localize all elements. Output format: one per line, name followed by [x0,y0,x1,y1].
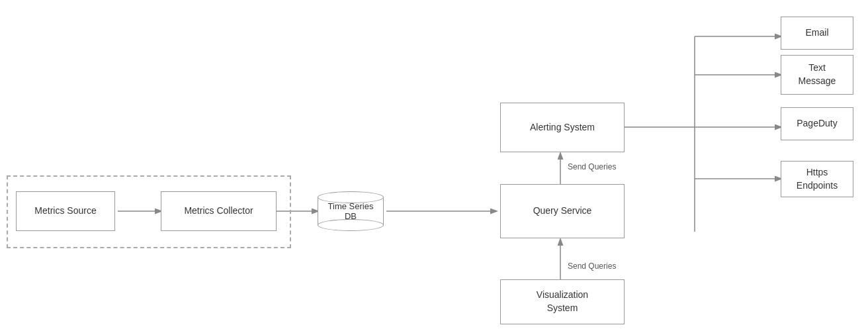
visualization-system-label: Visualization System [537,289,588,314]
email-label: Email [805,26,828,40]
connectors-svg [0,0,868,331]
alerting-system-label: Alerting System [530,121,595,134]
pageduty-label: PageDuty [797,117,837,130]
time-series-db-cylinder: Time Series DB [318,185,384,237]
text-message-box: Text Message [781,55,853,95]
architecture-diagram: Metrics Source Metrics Collector Time Se… [0,0,868,331]
query-service-box: Query Service [500,184,625,238]
metrics-source-label: Metrics Source [34,205,96,218]
alerting-system-box: Alerting System [500,103,625,152]
send-queries-label-1: Send Queries [568,162,616,171]
https-endpoints-box: Https Endpoints [781,161,853,197]
pageduty-box: PageDuty [781,107,853,140]
metrics-source-box: Metrics Source [16,191,115,231]
cylinder-top [318,191,384,203]
query-service-label: Query Service [533,205,592,218]
send-queries-label-2: Send Queries [568,261,616,271]
metrics-collector-label: Metrics Collector [184,205,253,218]
cylinder-bottom [318,219,384,231]
metrics-collector-box: Metrics Collector [161,191,277,231]
text-message-label: Text Message [799,62,836,87]
visualization-system-box: Visualization System [500,279,625,324]
email-box: Email [781,17,853,50]
time-series-db-label: Time Series DB [321,201,380,221]
https-endpoints-label: Https Endpoints [797,166,838,192]
